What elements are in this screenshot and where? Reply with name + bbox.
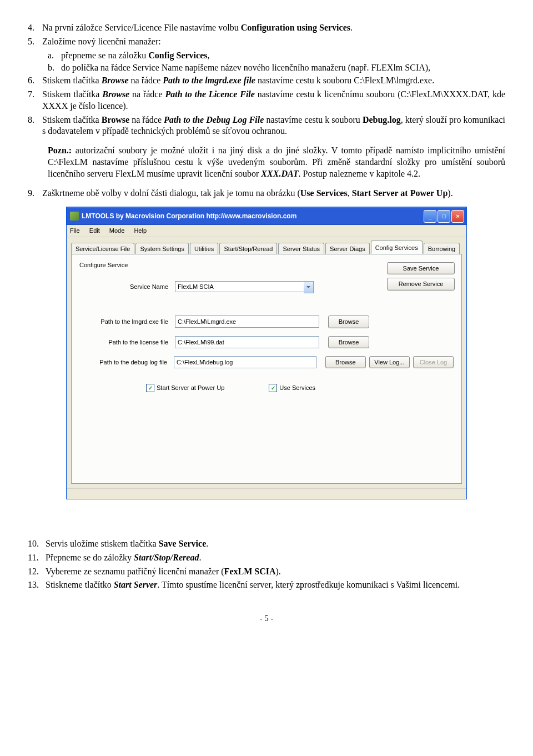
menubar: File Edit Mode Help xyxy=(67,225,466,237)
list-item: 6. Stiskem tlačítka Browse na řádce Path… xyxy=(28,75,505,87)
menu-help[interactable]: Help xyxy=(134,227,147,234)
list-item: 12. Vybereme ze seznamu patřičný licenčn… xyxy=(28,566,505,578)
label-debug: Path to the debug log file xyxy=(79,358,174,366)
row-debug: Path to the debug log file Browse View L… xyxy=(79,356,454,368)
statusbar xyxy=(67,488,466,499)
close-log-button: Close Log xyxy=(413,356,454,368)
remove-service-button[interactable]: Remove Service xyxy=(387,278,455,290)
tab-pane: Configure Service Save Service Remove Se… xyxy=(71,254,462,484)
row-lmgrd: Path to the lmgrd.exe file Browse xyxy=(79,316,454,328)
lmgrd-input[interactable] xyxy=(175,316,319,328)
sub-item: a. přepneme se na záložku Config Service… xyxy=(48,50,505,62)
chevron-down-icon[interactable] xyxy=(304,281,314,293)
list-item: 4. Na první záložce Service/Licence File… xyxy=(28,22,505,34)
browse-license-button[interactable]: Browse xyxy=(328,336,369,348)
check-use-services[interactable]: ✓ Use Services xyxy=(269,384,315,392)
service-name-input[interactable] xyxy=(175,281,314,292)
list-item: 13. Stiskneme tlačítko Start Server. Tím… xyxy=(28,579,505,591)
menu-edit[interactable]: Edit xyxy=(89,227,100,234)
checkbox-icon[interactable]: ✓ xyxy=(146,384,154,392)
tab-server-diags[interactable]: Server Diags xyxy=(325,243,370,254)
numbered-list-bottom: 10. Servis uložíme stiskem tlačítka Save… xyxy=(28,538,505,591)
list-item: 5. Založíme nový licenční manažer: xyxy=(28,36,505,48)
tab-system-settings[interactable]: System Settings xyxy=(135,243,188,254)
row-license: Path to the license file Browse xyxy=(79,336,454,348)
note-block: Pozn.: autorizační soubory je možné ulož… xyxy=(48,145,505,179)
license-input[interactable] xyxy=(175,336,319,348)
lmtools-window: LMTOOLS by Macrovision Corporation http:… xyxy=(66,207,467,499)
menu-file[interactable]: File xyxy=(70,227,80,234)
list-item: 9. Zaškrtneme obě volby v dolní části di… xyxy=(28,188,505,199)
debug-input[interactable] xyxy=(174,356,316,368)
maximize-button[interactable]: □ xyxy=(438,210,450,223)
sub-item: b. do políčka na řádce Service Name napí… xyxy=(48,62,505,74)
tab-config-services[interactable]: Config Services xyxy=(371,241,423,254)
window-title: LMTOOLS by Macrovision Corporation http:… xyxy=(82,212,423,221)
label-lmgrd: Path to the lmgrd.exe file xyxy=(79,318,175,326)
page-number: - 5 - xyxy=(28,613,505,624)
label-service-name: Service Name xyxy=(79,283,175,291)
check-start-server[interactable]: ✓ Start Server at Power Up xyxy=(146,384,224,392)
sub-list: a. přepneme se na záložku Config Service… xyxy=(48,50,505,74)
screenshot: LMTOOLS by Macrovision Corporation http:… xyxy=(28,207,505,499)
view-log-button[interactable]: View Log... xyxy=(369,356,410,368)
checkbox-row: ✓ Start Server at Power Up ✓ Use Service… xyxy=(146,384,454,392)
browse-debug-button[interactable]: Browse xyxy=(325,356,366,368)
app-icon xyxy=(70,212,79,221)
svg-marker-0 xyxy=(306,286,310,288)
save-service-button[interactable]: Save Service xyxy=(387,262,455,274)
list-item: 10. Servis uložíme stiskem tlačítka Save… xyxy=(28,538,505,550)
label-license: Path to the license file xyxy=(79,338,175,346)
checkbox-icon[interactable]: ✓ xyxy=(269,384,277,392)
list-item: 8. Stiskem tlačítka Browse na řádce Path… xyxy=(28,114,505,138)
tab-borrowing[interactable]: Borrowing xyxy=(424,243,460,254)
tab-utilities[interactable]: Utilities xyxy=(190,243,218,254)
combo-service-name[interactable] xyxy=(175,281,314,292)
titlebar: LMTOOLS by Macrovision Corporation http:… xyxy=(67,207,466,225)
browse-lmgrd-button[interactable]: Browse xyxy=(328,316,369,328)
menu-mode[interactable]: Mode xyxy=(109,227,125,234)
tab-strip: Service/License File System Settings Uti… xyxy=(67,237,466,254)
numbered-list: 4. Na první záložce Service/Licence File… xyxy=(28,22,505,137)
list-item: 11. Přepneme se do záložky Start/Stop/Re… xyxy=(28,552,505,564)
tab-start-stop[interactable]: Start/Stop/Reread xyxy=(219,243,277,254)
tab-server-status[interactable]: Server Status xyxy=(278,243,324,254)
minimize-button[interactable]: _ xyxy=(424,210,436,223)
list-item: 7. Stiskem tlačítka Browse na řádce Path… xyxy=(28,89,505,112)
tab-service-license[interactable]: Service/License File xyxy=(71,243,134,254)
close-button[interactable]: × xyxy=(451,210,464,223)
